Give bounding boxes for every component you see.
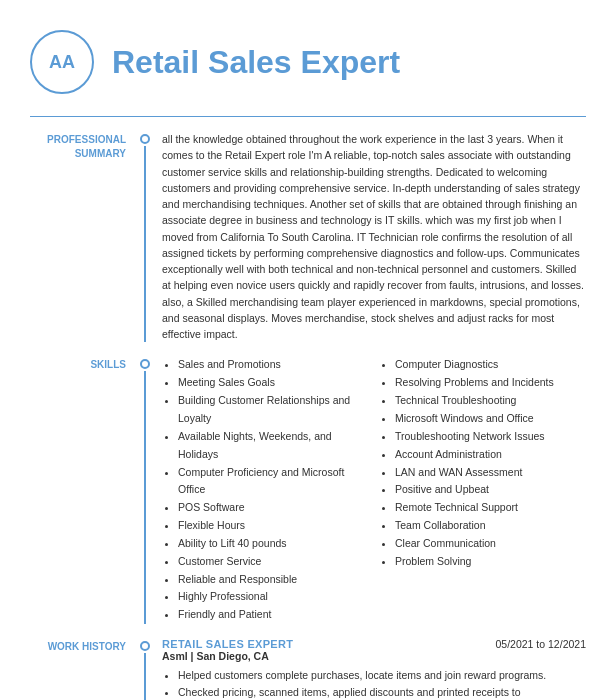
job-dates: 05/2021 to 12/2021 [495,638,586,650]
avatar: AA [30,30,94,94]
skill-item: POS Software [178,499,369,517]
job-bullet: Checked pricing, scanned items, applied … [178,684,586,700]
skills-content: Sales and PromotionsMeeting Sales GoalsB… [162,356,586,624]
professional-summary-label: PROFESSIONALSUMMARY [30,131,140,342]
professional-summary-section: PROFESSIONALSUMMARY all the knowledge ob… [30,131,586,342]
skills-right-list: Computer DiagnosticsResolving Problems a… [379,356,586,570]
section-timeline-work [140,638,150,700]
jobs-container: RETAIL SALES EXPERT05/2021 to 12/2021Asm… [162,638,586,700]
header: AA Retail Sales Expert [30,30,586,94]
skill-item: Reliable and Responsible [178,571,369,589]
skill-item: Computer Diagnostics [395,356,586,374]
job-header-row: RETAIL SALES EXPERT05/2021 to 12/2021 [162,638,586,650]
skill-item: Technical Troubleshooting [395,392,586,410]
work-history-label: WORK HISTORY [30,638,140,700]
timeline-line-skills [144,371,146,624]
job-company: Asml | San Diego, CA [162,650,586,662]
skill-item: Troubleshooting Network Issues [395,428,586,446]
skill-item: Remote Technical Support [395,499,586,517]
skill-item: Meeting Sales Goals [178,374,369,392]
skill-item: Sales and Promotions [178,356,369,374]
skill-item: LAN and WAN Assessment [395,464,586,482]
work-history-section: WORK HISTORY RETAIL SALES EXPERT05/2021 … [30,638,586,700]
skill-item: Computer Proficiency and Microsoft Offic… [178,464,369,500]
job-bullet: Helped customers complete purchases, loc… [178,667,586,684]
job-bullets: Helped customers complete purchases, loc… [162,667,586,700]
skill-item: Microsoft Windows and Office [395,410,586,428]
timeline-dot-summary [140,134,150,144]
skill-item: Clear Communication [395,535,586,553]
work-history-content: RETAIL SALES EXPERT05/2021 to 12/2021Asm… [162,638,586,700]
skills-left-column: Sales and PromotionsMeeting Sales GoalsB… [162,356,369,624]
section-timeline-skills [140,356,150,624]
skill-item: Team Collaboration [395,517,586,535]
skill-item: Resolving Problems and Incidents [395,374,586,392]
skill-item: Building Customer Relationships and Loya… [178,392,369,428]
skill-item: Available Nights, Weekends, and Holidays [178,428,369,464]
page: AA Retail Sales Expert PROFESSIONALSUMMA… [0,0,616,700]
skill-item: Customer Service [178,553,369,571]
section-timeline-summary [140,131,150,342]
timeline-dot-work [140,641,150,651]
page-title: Retail Sales Expert [112,44,400,81]
skills-left-list: Sales and PromotionsMeeting Sales GoalsB… [162,356,369,624]
job-entry: RETAIL SALES EXPERT05/2021 to 12/2021Asm… [162,638,586,700]
timeline-line-summary [144,146,146,342]
timeline-dot-skills [140,359,150,369]
skills-right-column: Computer DiagnosticsResolving Problems a… [379,356,586,624]
summary-content: all the knowledge obtained throughout th… [162,131,586,342]
skill-item: Ability to Lift 40 pounds [178,535,369,553]
skills-section: SKILLS Sales and PromotionsMeeting Sales… [30,356,586,624]
skill-item: Friendly and Patient [178,606,369,624]
skill-item: Account Administration [395,446,586,464]
skill-item: Highly Professional [178,588,369,606]
summary-text: all the knowledge obtained throughout th… [162,131,586,342]
job-title: RETAIL SALES EXPERT [162,638,293,650]
skill-item: Flexible Hours [178,517,369,535]
skill-item: Problem Solving [395,553,586,571]
timeline-line-work [144,653,146,700]
header-divider [30,116,586,117]
skill-item: Positive and Upbeat [395,481,586,499]
skills-label: SKILLS [30,356,140,624]
